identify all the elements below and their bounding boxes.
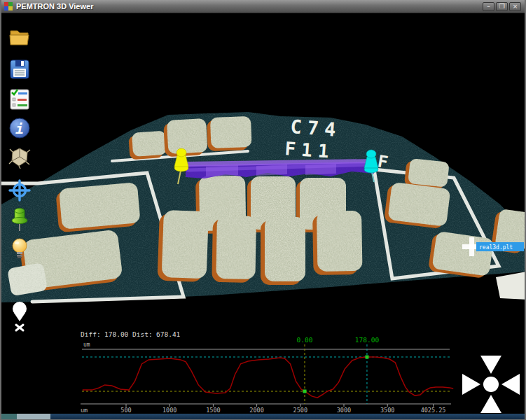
info-button[interactable]: i [7, 117, 32, 141]
mesh-view-button[interactable] [7, 146, 32, 171]
marker-point [365, 355, 368, 358]
close-button[interactable]: × [509, 2, 521, 11]
profile-curve [83, 357, 453, 398]
pan-center-button[interactable] [483, 377, 499, 392]
status-bar [1, 413, 525, 419]
pan-down-button[interactable] [480, 395, 501, 413]
minimize-button[interactable]: – [483, 2, 494, 11]
open-file-button[interactable] [7, 28, 32, 50]
measurement-band [186, 159, 374, 178]
marker-point [303, 390, 307, 393]
silkscreen-label-f: F [376, 151, 389, 172]
pan-up-button[interactable] [480, 356, 501, 374]
pan-control [1, 0, 526, 420]
silkscreen-text: C74 F11 F [284, 115, 389, 172]
chart-plot-area: 5001000150020002500300035004025.250.0017… [81, 336, 453, 414]
save-file-button[interactable] [7, 59, 32, 82]
lightbulb-icon [8, 237, 31, 262]
window-title: PEMTRON 3D Viewer [16, 2, 93, 10]
floppy-icon [9, 59, 30, 80]
maximize-button[interactable]: ❒ [496, 2, 508, 11]
silkscreen-label-c74: C74 [290, 115, 342, 141]
diff-value: 178.00 [104, 330, 129, 338]
dist-value: 678.41 [156, 330, 181, 338]
diff-label: Diff: [81, 330, 101, 338]
solder-pads [7, 116, 526, 296]
measurement-readout: Diff: 178.00 Dist: 678.41 [81, 330, 181, 338]
checklist-icon [9, 88, 30, 111]
mesh-icon [8, 146, 31, 169]
add-pin-button[interactable] [7, 206, 32, 235]
pan-left-button[interactable] [462, 374, 480, 395]
svg-text:i: i [15, 120, 24, 137]
white-pin-icon [8, 300, 31, 332]
viewport-3d[interactable]: C74 F11 F [1, 0, 526, 420]
status-segment-2 [17, 414, 50, 419]
crosshair-icon [8, 179, 31, 202]
profile-chart: Diff: 178.00 Dist: 678.41 um um 50010001… [1, 0, 526, 420]
center-view-button[interactable] [7, 179, 32, 204]
remove-pin-button[interactable] [7, 300, 32, 335]
green-pushpin-icon [8, 206, 31, 233]
report-button[interactable] [7, 88, 32, 113]
marker-height-label: 0.00 [297, 336, 313, 344]
status-segment-1 [1, 414, 17, 419]
filename-tooltip: real3d.plt [476, 242, 524, 251]
marker-height-label: 178.00 [355, 336, 380, 344]
app-window: C74 F11 F [0, 0, 526, 420]
lighting-button[interactable] [7, 237, 32, 265]
tooltip-text: real3d.plt [479, 244, 513, 251]
dist-label: Dist: [132, 330, 153, 338]
board-edge-highlight [496, 272, 526, 300]
pan-right-button[interactable] [501, 374, 520, 395]
toolbar: i [1, 13, 35, 324]
pcb-board [1, 112, 526, 302]
info-icon: i [8, 117, 31, 139]
silkscreen-lines [1, 151, 499, 302]
crosshair-cursor [462, 237, 481, 256]
app-logo-icon [4, 2, 13, 10]
measure-pin-end[interactable] [364, 150, 378, 182]
measure-pin-start[interactable] [174, 148, 188, 184]
folder-icon [8, 28, 31, 48]
title-bar[interactable]: PEMTRON 3D Viewer – ❒ × [1, 0, 525, 13]
silkscreen-label-f11: F11 [284, 138, 335, 162]
y-axis-unit: um [83, 342, 90, 348]
